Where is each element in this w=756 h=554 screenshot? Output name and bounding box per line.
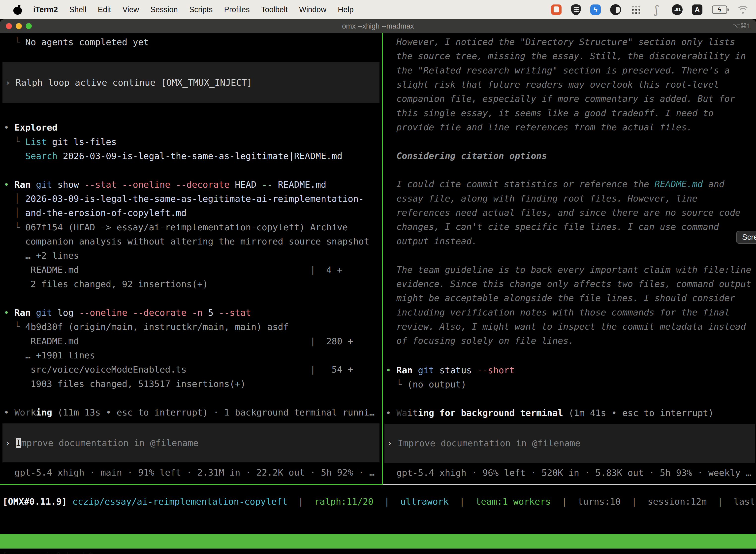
hexagon-bolt-icon-glyph: ϟ: [593, 5, 597, 14]
prompt-input-line: › Ralph loop active continue [OMX_TMUX_I…: [5, 75, 252, 90]
terminal-line: the "Related research writing" section i…: [386, 63, 754, 77]
countdown-61-icon[interactable]: ..61: [672, 4, 683, 15]
wifi-dot: [742, 12, 744, 14]
prompt-input-line: › Improve documentation in @filename: [387, 436, 580, 450]
pane-divider[interactable]: [382, 33, 383, 485]
battery-icon[interactable]: ϟ: [712, 5, 727, 14]
window-shortcut-badge: ⌥⌘1: [733, 22, 751, 30]
prompt-input-box[interactable]: › Improve documentation in @filename: [2, 424, 379, 462]
terminal-line: the source tree, missing the essay. Stil…: [386, 49, 754, 63]
prompt-input-box[interactable]: › Ralph loop active continue [OMX_TMUX_I…: [2, 62, 379, 103]
terminal-line: changes, I can't cite specific file line…: [386, 220, 754, 234]
hexagon-bolt-icon[interactable]: ϟ: [590, 4, 601, 15]
pie-chart-icon[interactable]: [610, 4, 621, 15]
terminal-line: review. Also, I might want to inspect th…: [386, 320, 754, 334]
terminal-line: └ List git ls-files: [4, 135, 378, 149]
left-pane-bottom-border: [0, 484, 382, 485]
terminal-pane-left[interactable]: └ No agents completed yet› Ralph loop ac…: [0, 33, 382, 484]
terminal-line: │ and-the-erosion-of-copyleft.md: [4, 206, 378, 220]
menu-view[interactable]: View: [123, 5, 139, 14]
menu-window[interactable]: Window: [299, 5, 326, 14]
terminal-line: • Waiting for background terminal (1m 41…: [386, 406, 754, 420]
menu-help[interactable]: Help: [338, 5, 354, 14]
menu-shell[interactable]: Shell: [69, 5, 86, 14]
terminal-line: output instead.: [386, 234, 754, 248]
window-title: omx --xhigh --madmax: [0, 22, 756, 30]
terminal-line: 1903 files changed, 513517 insertions(+): [4, 377, 378, 391]
letter-a-icon[interactable]: A: [692, 4, 702, 15]
letter-a-icon-glyph: A: [695, 6, 700, 14]
menu-toolbelt[interactable]: Toolbelt: [261, 5, 288, 14]
blank-line: [386, 134, 754, 149]
blank-line: [4, 163, 378, 177]
blank-line: [386, 163, 754, 177]
terminal-line: Considering citation options: [386, 149, 754, 163]
terminal-line: src/voice/voiceModeEnabled.ts | 54 +: [4, 363, 378, 377]
terminal-line: 2 files changed, 92 insertions(+): [4, 277, 378, 291]
dots-grid-icon[interactable]: [630, 4, 641, 15]
prompt-input-box[interactable]: › Improve documentation in @filename: [384, 424, 755, 463]
terminal-line: • Ran git status --short: [386, 363, 754, 377]
menu-scripts[interactable]: Scripts: [189, 5, 213, 14]
prompt-input-line: › Improve documentation in @filename: [5, 436, 198, 450]
terminal-line: of focusing solely on file lines.: [386, 334, 754, 348]
window-title-bar[interactable]: omx --xhigh --madmax ⌥⌘1: [0, 19, 756, 33]
terminal-line: │ 2026-03-09-is-legal-the-same-as-legiti…: [4, 191, 378, 206]
menu-profiles[interactable]: Profiles: [224, 5, 250, 14]
blank-line: [4, 420, 378, 424]
terminal-line: └ 4b9d30f (origin/main, instructkr/main,…: [4, 320, 378, 334]
terminal-line: provide file and line references from th…: [386, 120, 754, 134]
terminal-line: companion file, especially if more comme…: [386, 92, 754, 106]
screen: iTerm2ShellEditViewSessionScriptsProfile…: [0, 0, 756, 554]
apple-menu-icon[interactable]: [13, 5, 22, 15]
terminal-line: slight risk that future readers may over…: [386, 77, 754, 92]
screen-tooltip-label: Scre: [742, 233, 756, 242]
terminal-line: might be acceptable alongside the file l…: [386, 291, 754, 305]
menu-edit[interactable]: Edit: [98, 5, 111, 14]
terminal-line: references need actual files, and since …: [386, 206, 754, 220]
menu-session[interactable]: Session: [150, 5, 178, 14]
terminal-line: • Ran git log --oneline --decorate -n 5 …: [4, 306, 378, 320]
squiggle-icon[interactable]: ʃ: [651, 4, 662, 15]
blank-line: [4, 291, 378, 305]
terminal-line: • Ran git show --stat --oneline --decora…: [4, 177, 378, 191]
tmux-session-label[interactable]: [omx-cczip0:bash*: [2, 549, 93, 554]
terminal-line: Search 2026-03-09-is-legal-the-same-as-l…: [4, 149, 378, 163]
terminal-line: However, I noticed the "Directory Struct…: [386, 35, 754, 49]
countdown-61-icon-glyph: ..61: [674, 7, 681, 12]
squiggle-icon-glyph: ʃ: [655, 4, 658, 16]
chat-badge-icon[interactable]: [551, 4, 562, 15]
shield-grid-icon[interactable]: [571, 4, 581, 15]
battery-icon-glyph: ϟ: [718, 6, 721, 14]
terminal-line: README.md | 4 +: [4, 263, 378, 277]
omx-status-bar: [OMX#0.11.9] cczip/essay/ai-reimplementa…: [2, 494, 754, 509]
screen-tooltip: Scre: [736, 231, 756, 244]
menu-items: iTerm2ShellEditViewSessionScriptsProfile…: [33, 5, 354, 14]
terminal-line: including verification notes with those …: [386, 305, 754, 320]
terminal-line: evidence. Since this change only affects…: [386, 277, 754, 291]
blank-line: [386, 348, 754, 363]
terminal-line: └ No agents completed yet: [4, 35, 378, 49]
terminal-pane-right[interactable]: However, I noticed the "Directory Struct…: [383, 33, 756, 484]
menu-iterm2[interactable]: iTerm2: [33, 5, 58, 14]
blank-line: [386, 391, 754, 405]
terminal-line: companion analysis without altering the …: [4, 234, 378, 248]
terminal-line: • Working (11m 13s • esc to interrupt) ·…: [4, 405, 378, 420]
blank-line: [4, 49, 378, 62]
terminal-line: • Explored: [4, 120, 378, 134]
right-pane-bottom-border: [383, 484, 756, 485]
terminal-line: … +2 lines: [4, 248, 378, 263]
terminal-line: I could cite commit statistics or refere…: [386, 177, 754, 191]
terminal-line: this single essay, it seems like a good …: [386, 106, 754, 120]
blank-line: [4, 103, 378, 120]
blank-line: [4, 391, 378, 405]
terminal-line: └ (no output): [386, 377, 754, 391]
terminal-line: └ 067f154 (HEAD -> essay/ai-reimplementa…: [4, 220, 378, 234]
wifi-icon[interactable]: [737, 5, 749, 15]
blank-line: [386, 248, 754, 262]
terminal-line: … +1901 lines: [4, 348, 378, 363]
terminal-line: The team guideline is to back every impo…: [386, 263, 754, 277]
terminal-line: README.md | 280 +: [4, 334, 378, 348]
menu-status-icons: ϟʃ..61Aϟ: [551, 0, 749, 19]
tmux-status-bar: [omx-cczip0:bash* "MacBook-Pro-44.local"…: [0, 534, 756, 549]
